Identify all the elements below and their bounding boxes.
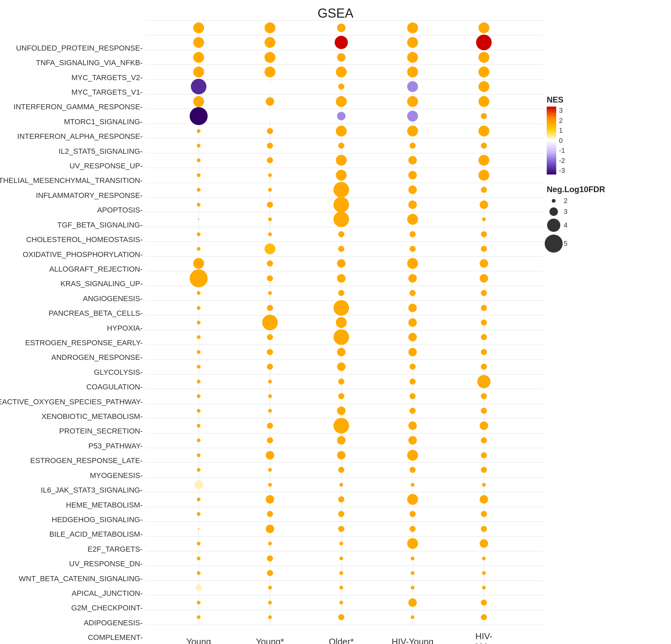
dot — [197, 453, 201, 457]
dot — [268, 291, 272, 295]
size-legend-title: Neg.Log10FDR — [547, 185, 649, 194]
legend-size-item: 2 — [547, 197, 649, 205]
dot — [481, 437, 487, 443]
dot — [337, 436, 346, 445]
dot — [337, 112, 346, 120]
x-label: HIV-Older — [466, 631, 502, 644]
y-label: PROTEIN_SECRETION- — [59, 427, 143, 436]
dot — [337, 23, 346, 32]
dot — [268, 379, 272, 383]
dot — [409, 526, 416, 532]
dot — [195, 584, 202, 591]
dot — [268, 188, 272, 192]
dot — [479, 81, 489, 92]
dot — [333, 300, 349, 316]
colorbar-label: 1 — [559, 127, 565, 134]
dot — [408, 436, 417, 445]
y-label: ANDROGEN_RESPONSE- — [51, 353, 143, 362]
dot — [409, 364, 416, 370]
dot — [481, 614, 487, 620]
dot — [338, 83, 344, 90]
x-axis-labels: YoungYoung*Older*HIV-YoungHIV-Older — [146, 635, 520, 644]
dot — [480, 421, 488, 430]
dot — [340, 556, 343, 560]
dot — [478, 375, 491, 388]
dot — [193, 37, 204, 48]
dot — [411, 571, 415, 575]
legend-size-item: 4 — [547, 219, 649, 232]
dot — [197, 321, 201, 324]
chart-container: GSEA UNFOLDED_PROTEIN_RESPONSE-TNFA_SIGN… — [0, 0, 671, 644]
dot — [267, 128, 273, 134]
dot — [267, 143, 273, 149]
dot — [193, 52, 204, 63]
dot — [265, 243, 275, 254]
y-label: GLYCOLYSIS- — [94, 368, 143, 377]
plot-area — [146, 21, 543, 624]
x-label: Young — [187, 636, 211, 644]
dot — [340, 601, 343, 604]
dot — [197, 291, 201, 295]
dot — [267, 511, 273, 517]
dot — [481, 305, 487, 311]
dot — [198, 219, 199, 220]
dot — [197, 497, 201, 501]
dot — [481, 349, 487, 355]
legend-dot — [549, 207, 558, 216]
dot — [408, 274, 417, 282]
y-label: PANCREAS_BETA_CELLS- — [49, 309, 143, 318]
dot — [197, 144, 201, 148]
dot — [268, 483, 272, 487]
dot — [194, 480, 203, 489]
y-label: MYC_TARGETS_V1- — [71, 88, 143, 97]
dot — [408, 319, 417, 327]
dot — [407, 37, 418, 48]
dot — [267, 437, 273, 443]
dot — [267, 570, 273, 576]
colorbar-labels: 3210-1-2-3 — [559, 107, 565, 175]
dot — [337, 53, 346, 62]
nes-legend-title: NES — [547, 95, 649, 105]
dot — [408, 186, 417, 194]
colorbar-gradient — [547, 107, 556, 175]
legend-dot — [545, 235, 563, 253]
dot — [197, 439, 201, 442]
dot — [479, 170, 489, 181]
dot — [268, 542, 272, 545]
dot — [407, 22, 418, 33]
dot — [481, 334, 487, 340]
legend: NES 3210-1-2-3 Neg.Log10FDR 2345 — [547, 95, 649, 255]
colorbar-label: -2 — [559, 157, 565, 165]
y-label: P53_PATHWAY- — [88, 442, 143, 451]
y-axis-labels: UNFOLDED_PROTEIN_RESPONSE-TNFA_SIGNALING… — [0, 21, 146, 631]
dot — [265, 52, 275, 63]
dot — [411, 556, 415, 560]
dot — [193, 96, 204, 107]
dot — [336, 317, 347, 328]
y-label: APOPTOSIS- — [97, 206, 143, 215]
dot — [407, 214, 418, 225]
dot — [480, 495, 488, 503]
dot — [408, 200, 417, 209]
dot — [480, 539, 488, 548]
dot — [336, 155, 347, 166]
y-label: ESTROGEN_RESPONSE_EARLY- — [25, 338, 143, 347]
dot — [340, 571, 343, 575]
legend-size-label: 5 — [564, 240, 567, 247]
y-label: COMPLEMENT- — [88, 633, 143, 642]
x-label: HIV-Young — [392, 636, 433, 644]
dot — [193, 66, 204, 77]
dot — [197, 203, 201, 206]
dot — [190, 107, 208, 125]
dot — [409, 467, 416, 473]
dot — [268, 218, 272, 221]
legend-size-label: 3 — [564, 208, 567, 216]
dot — [480, 200, 488, 209]
dot — [197, 542, 201, 545]
y-label: INFLAMMATORY_RESPONSE- — [36, 191, 143, 200]
dot — [340, 542, 343, 545]
y-label: UNFOLDED_PROTEIN_RESPONSE- — [16, 44, 143, 53]
dot — [267, 275, 273, 281]
colorbar-label: 2 — [559, 117, 565, 125]
dot — [267, 364, 273, 370]
